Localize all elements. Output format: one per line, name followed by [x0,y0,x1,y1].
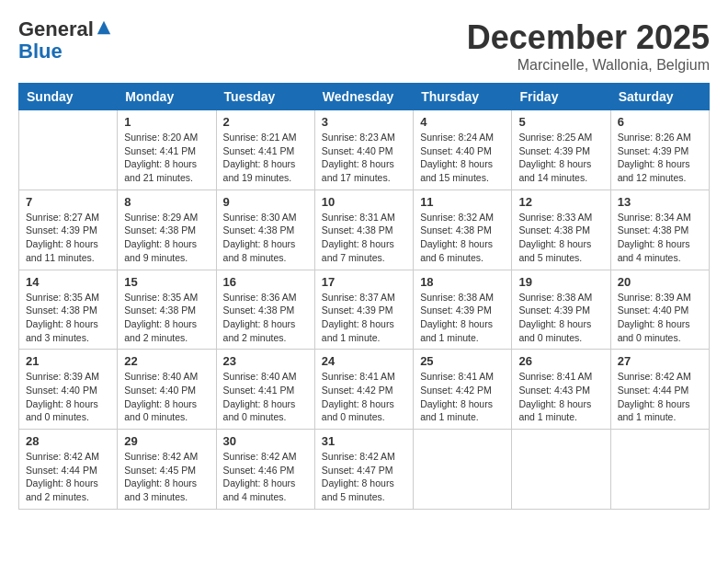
calendar-cell: 7Sunrise: 8:27 AM Sunset: 4:39 PM Daylig… [19,190,118,270]
day-number: 2 [223,115,308,129]
cell-info: Sunrise: 8:38 AM Sunset: 4:39 PM Dayligh… [518,291,603,345]
calendar-cell: 31Sunrise: 8:42 AM Sunset: 4:47 PM Dayli… [314,430,413,510]
calendar-cell: 26Sunrise: 8:41 AM Sunset: 4:43 PM Dayli… [512,350,610,430]
cell-info: Sunrise: 8:39 AM Sunset: 4:40 PM Dayligh… [26,370,110,424]
day-number: 26 [518,354,603,368]
calendar-cell: 17Sunrise: 8:37 AM Sunset: 4:39 PM Dayli… [314,270,413,350]
header-saturday: Saturday [610,84,709,110]
cell-info: Sunrise: 8:31 AM Sunset: 4:38 PM Dayligh… [322,211,406,265]
logo-icon [96,19,112,36]
cell-info: Sunrise: 8:34 AM Sunset: 4:38 PM Dayligh… [618,211,702,265]
day-number: 24 [322,354,406,368]
day-number: 20 [618,275,702,289]
cell-info: Sunrise: 8:33 AM Sunset: 4:38 PM Dayligh… [518,211,603,265]
cell-info: Sunrise: 8:39 AM Sunset: 4:40 PM Dayligh… [618,291,702,345]
cell-info: Sunrise: 8:42 AM Sunset: 4:44 PM Dayligh… [26,450,110,504]
calendar-cell: 13Sunrise: 8:34 AM Sunset: 4:38 PM Dayli… [610,190,709,270]
calendar-cell [512,430,610,510]
cell-info: Sunrise: 8:25 AM Sunset: 4:39 PM Dayligh… [518,131,603,185]
week-row-1: 1Sunrise: 8:20 AM Sunset: 4:41 PM Daylig… [19,110,710,190]
calendar-cell: 16Sunrise: 8:36 AM Sunset: 4:38 PM Dayli… [216,270,314,350]
cell-info: Sunrise: 8:35 AM Sunset: 4:38 PM Dayligh… [26,291,110,345]
calendar-table: SundayMondayTuesdayWednesdayThursdayFrid… [18,83,710,510]
calendar-cell: 22Sunrise: 8:40 AM Sunset: 4:40 PM Dayli… [118,350,216,430]
day-number: 15 [124,275,209,289]
calendar-cell: 28Sunrise: 8:42 AM Sunset: 4:44 PM Dayli… [19,430,118,510]
day-number: 19 [518,275,603,289]
calendar-cell [610,430,709,510]
day-number: 21 [26,354,110,368]
calendar-cell: 11Sunrise: 8:32 AM Sunset: 4:38 PM Dayli… [414,190,512,270]
cell-info: Sunrise: 8:42 AM Sunset: 4:44 PM Dayligh… [618,370,702,424]
svg-marker-0 [97,21,110,34]
cell-info: Sunrise: 8:26 AM Sunset: 4:39 PM Dayligh… [618,131,702,185]
header-monday: Monday [118,84,216,110]
cell-info: Sunrise: 8:29 AM Sunset: 4:38 PM Dayligh… [124,211,209,265]
day-number: 29 [124,434,209,448]
title-block: December 2025 Marcinelle, Wallonia, Belg… [467,18,710,74]
calendar-cell: 4Sunrise: 8:24 AM Sunset: 4:40 PM Daylig… [414,110,512,190]
cell-info: Sunrise: 8:41 AM Sunset: 4:42 PM Dayligh… [420,370,505,424]
cell-info: Sunrise: 8:20 AM Sunset: 4:41 PM Dayligh… [124,131,209,185]
day-number: 6 [618,115,702,129]
day-number: 4 [420,115,505,129]
cell-info: Sunrise: 8:35 AM Sunset: 4:38 PM Dayligh… [124,291,209,345]
day-number: 14 [26,275,110,289]
day-number: 18 [420,275,505,289]
calendar-cell: 14Sunrise: 8:35 AM Sunset: 4:38 PM Dayli… [19,270,118,350]
cell-info: Sunrise: 8:23 AM Sunset: 4:40 PM Dayligh… [322,131,406,185]
cell-info: Sunrise: 8:40 AM Sunset: 4:41 PM Dayligh… [223,370,308,424]
week-row-5: 28Sunrise: 8:42 AM Sunset: 4:44 PM Dayli… [19,430,710,510]
cell-info: Sunrise: 8:21 AM Sunset: 4:41 PM Dayligh… [223,131,308,185]
day-number: 31 [322,434,406,448]
calendar-cell: 9Sunrise: 8:30 AM Sunset: 4:38 PM Daylig… [216,190,314,270]
cell-info: Sunrise: 8:40 AM Sunset: 4:40 PM Dayligh… [124,370,209,424]
header-wednesday: Wednesday [314,84,413,110]
day-number: 5 [518,115,603,129]
cell-info: Sunrise: 8:42 AM Sunset: 4:45 PM Dayligh… [124,450,209,504]
day-number: 22 [124,354,209,368]
day-number: 27 [618,354,702,368]
cell-info: Sunrise: 8:42 AM Sunset: 4:46 PM Dayligh… [223,450,308,504]
calendar-cell: 3Sunrise: 8:23 AM Sunset: 4:40 PM Daylig… [314,110,413,190]
calendar-cell: 25Sunrise: 8:41 AM Sunset: 4:42 PM Dayli… [414,350,512,430]
day-number: 10 [322,195,406,209]
calendar-cell: 19Sunrise: 8:38 AM Sunset: 4:39 PM Dayli… [512,270,610,350]
day-number: 8 [124,195,209,209]
calendar-cell: 1Sunrise: 8:20 AM Sunset: 4:41 PM Daylig… [118,110,216,190]
day-number: 7 [26,195,110,209]
logo-blue: Blue [18,40,63,63]
calendar-cell: 15Sunrise: 8:35 AM Sunset: 4:38 PM Dayli… [118,270,216,350]
calendar-cell: 27Sunrise: 8:42 AM Sunset: 4:44 PM Dayli… [610,350,709,430]
day-number: 12 [518,195,603,209]
calendar-cell: 5Sunrise: 8:25 AM Sunset: 4:39 PM Daylig… [512,110,610,190]
calendar-cell: 18Sunrise: 8:38 AM Sunset: 4:39 PM Dayli… [414,270,512,350]
day-number: 16 [223,275,308,289]
day-number: 11 [420,195,505,209]
day-number: 3 [322,115,406,129]
cell-info: Sunrise: 8:41 AM Sunset: 4:42 PM Dayligh… [322,370,406,424]
cell-info: Sunrise: 8:36 AM Sunset: 4:38 PM Dayligh… [223,291,308,345]
page-header: General Blue December 2025 Marcinelle, W… [18,18,710,74]
week-row-2: 7Sunrise: 8:27 AM Sunset: 4:39 PM Daylig… [19,190,710,270]
calendar-header-row: SundayMondayTuesdayWednesdayThursdayFrid… [19,84,710,110]
cell-info: Sunrise: 8:37 AM Sunset: 4:39 PM Dayligh… [322,291,406,345]
day-number: 23 [223,354,308,368]
cell-info: Sunrise: 8:24 AM Sunset: 4:40 PM Dayligh… [420,131,505,185]
calendar-cell: 30Sunrise: 8:42 AM Sunset: 4:46 PM Dayli… [216,430,314,510]
calendar-cell: 23Sunrise: 8:40 AM Sunset: 4:41 PM Dayli… [216,350,314,430]
header-tuesday: Tuesday [216,84,314,110]
header-friday: Friday [512,84,610,110]
header-sunday: Sunday [19,84,118,110]
week-row-4: 21Sunrise: 8:39 AM Sunset: 4:40 PM Dayli… [19,350,710,430]
cell-info: Sunrise: 8:41 AM Sunset: 4:43 PM Dayligh… [518,370,603,424]
day-number: 30 [223,434,308,448]
month-title: December 2025 [467,18,710,57]
location-title: Marcinelle, Wallonia, Belgium [467,57,710,74]
calendar-cell: 24Sunrise: 8:41 AM Sunset: 4:42 PM Dayli… [314,350,413,430]
header-thursday: Thursday [414,84,512,110]
calendar-cell: 10Sunrise: 8:31 AM Sunset: 4:38 PM Dayli… [314,190,413,270]
week-row-3: 14Sunrise: 8:35 AM Sunset: 4:38 PM Dayli… [19,270,710,350]
logo-general: General [18,17,94,40]
calendar-cell: 2Sunrise: 8:21 AM Sunset: 4:41 PM Daylig… [216,110,314,190]
